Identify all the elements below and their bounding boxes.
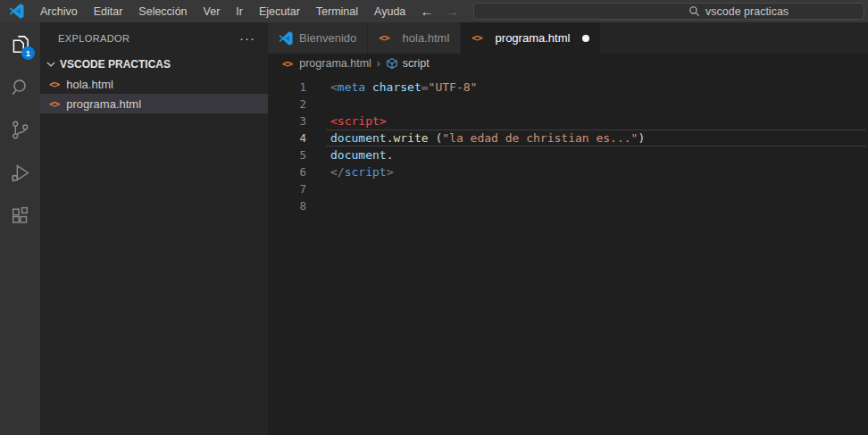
title-bar: ArchivoEditarSelecciónVerIrEjecutarTermi… <box>0 0 868 22</box>
run-and-debug-icon[interactable] <box>0 151 40 194</box>
folder-root[interactable]: VSCODE PRACTICAS <box>40 54 268 74</box>
command-center-search[interactable]: vscode practicas <box>473 3 864 20</box>
line-number: 5 <box>268 148 306 162</box>
tab-programa.html[interactable]: <> programa.html <box>461 22 601 54</box>
explorer-icon[interactable]: 1 <box>0 22 40 65</box>
line-number: 8 <box>268 199 306 213</box>
file-name: programa.html <box>66 97 141 111</box>
vscode-window: ArchivoEditarSelecciónVerIrEjecutarTermi… <box>0 0 868 435</box>
code-line-7[interactable]: 7 <box>268 180 868 197</box>
line-number: 2 <box>268 97 306 111</box>
tab-hola.html[interactable]: <> hola.html <box>368 22 461 54</box>
file-item-hola.html[interactable]: <> hola.html <box>40 74 268 94</box>
code-line-2[interactable]: 2 <box>268 96 868 113</box>
source-control-icon[interactable] <box>0 108 40 151</box>
code-text: <script> <box>306 114 387 128</box>
code-text: </script> <box>306 165 393 179</box>
extensions-icon[interactable] <box>0 194 40 237</box>
html-file-icon: <> <box>379 32 388 44</box>
unsaved-changes-dot[interactable] <box>582 35 589 42</box>
file-list: <> hola.html <> programa.html <box>40 74 268 113</box>
sidebar-explorer: EXPLORADOR ··· VSCODE PRACTICAS <> hola.… <box>40 22 268 435</box>
line-number: 3 <box>268 114 306 128</box>
menu-ir[interactable]: Ir <box>228 0 251 22</box>
tab-label: hola.html <box>403 31 450 45</box>
menu-editar[interactable]: Editar <box>86 0 131 22</box>
menu-ver[interactable]: Ver <box>196 0 229 22</box>
activity-bar: 1 <box>0 22 40 435</box>
editor-group: Bienvenido <> hola.html <> programa.html… <box>268 22 868 435</box>
sidebar-header: EXPLORADOR ··· <box>40 22 268 54</box>
tab-label: programa.html <box>496 31 571 45</box>
code-text: document.write ("la edad de christian es… <box>306 131 645 145</box>
file-name: hola.html <box>66 78 113 91</box>
more-actions-icon[interactable]: ··· <box>236 32 259 45</box>
chevron-down-icon <box>44 57 58 71</box>
tab-bienvenido[interactable]: Bienvenido <box>268 22 368 54</box>
file-item-programa.html[interactable]: <> programa.html <box>40 94 268 113</box>
line-number: 4 <box>268 131 306 145</box>
app-logo <box>0 4 32 19</box>
line-number: 6 <box>268 165 306 179</box>
menu-bar: ArchivoEditarSelecciónVerIrEjecutarTermi… <box>32 0 413 22</box>
code-line-6[interactable]: 6</script> <box>268 163 868 180</box>
tab-bar: Bienvenido <> hola.html <> programa.html <box>268 22 868 54</box>
menu-archivo[interactable]: Archivo <box>32 0 86 22</box>
menu-seleccion[interactable]: Selección <box>130 0 195 22</box>
breadcrumb-symbol[interactable]: script <box>403 57 430 70</box>
menu-ayuda[interactable]: Ayuda <box>366 0 413 22</box>
html-file-icon: <> <box>282 58 292 70</box>
line-number: 7 <box>268 182 306 196</box>
search-icon <box>689 5 700 17</box>
code-editor[interactable]: 1<meta charset="UTF-8"23<script>4documen… <box>268 76 868 435</box>
sidebar-title: EXPLORADOR <box>58 33 236 44</box>
search-view-icon[interactable] <box>0 65 40 108</box>
code-text: <meta charset="UTF-8" <box>306 80 477 94</box>
html-file-icon: <> <box>49 98 59 110</box>
symbol-script-icon <box>386 57 398 70</box>
vscode-logo-icon <box>9 4 24 19</box>
tab-label: Bienvenido <box>299 31 356 45</box>
code-line-8[interactable]: 8 <box>268 197 868 214</box>
search-value: vscode practicas <box>705 5 789 18</box>
navigate-forward-button[interactable]: → <box>441 0 463 22</box>
breadcrumb: <> programa.html › script <box>268 54 868 73</box>
folder-name: VSCODE PRACTICAS <box>60 58 171 71</box>
line-number: 1 <box>268 80 306 94</box>
breadcrumb-file[interactable]: programa.html <box>299 57 371 70</box>
html-file-icon: <> <box>49 79 59 90</box>
explorer-badge: 1 <box>21 46 35 60</box>
menu-ejecutar[interactable]: Ejecutar <box>251 0 308 22</box>
code-line-1[interactable]: 1<meta charset="UTF-8" <box>268 79 868 96</box>
html-file-icon: <> <box>472 32 481 44</box>
vscode-logo-icon <box>279 31 293 46</box>
code-text: document. <box>306 148 393 162</box>
code-line-5[interactable]: 5document. <box>268 146 868 163</box>
file-tree: VSCODE PRACTICAS <> hola.html <> program… <box>40 54 268 113</box>
code-line-4[interactable]: 4document.write ("la edad de christian e… <box>268 130 868 146</box>
menu-terminal[interactable]: Terminal <box>308 0 366 22</box>
breadcrumb-separator: › <box>377 57 380 70</box>
navigate-back-button[interactable]: ← <box>416 0 438 22</box>
code-line-3[interactable]: 3<script> <box>268 113 868 130</box>
